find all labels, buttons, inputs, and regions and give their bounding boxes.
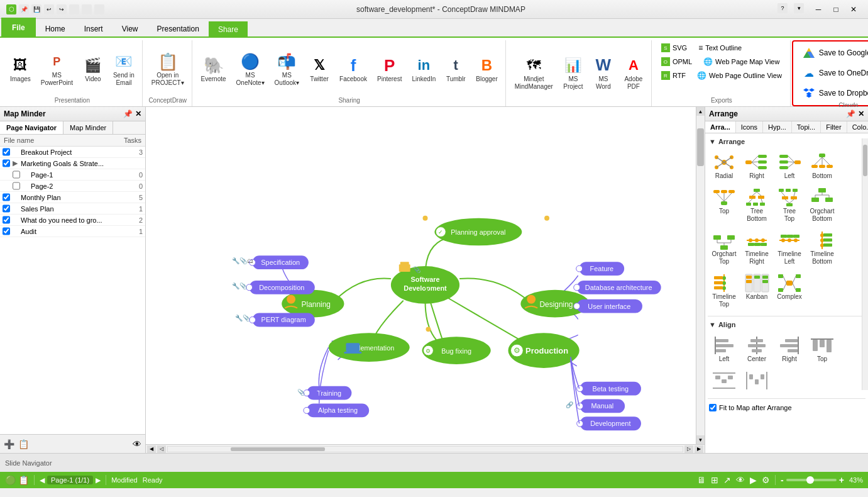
scroll-left-button[interactable]: ◀	[147, 445, 156, 453]
ms-project-button[interactable]: 📊 MSProject	[559, 53, 587, 93]
outlook-button[interactable]: 📬 MSOutlook▾	[271, 49, 303, 89]
maximize-button[interactable]: □	[828, 3, 844, 16]
tab-share[interactable]: Share	[209, 21, 248, 38]
align-center[interactable]: Center	[742, 333, 772, 366]
rtf-button[interactable]: R RTF	[657, 69, 690, 82]
evernote-button[interactable]: 🐘 Evernote	[197, 53, 230, 86]
tab-page-navigator[interactable]: Page Navigator	[0, 121, 63, 134]
layout-orgchart-bottom[interactable]: OrgchartBottom	[807, 185, 837, 225]
close-button[interactable]: ✕	[845, 3, 862, 16]
right-scroll-thumb[interactable]	[863, 145, 867, 176]
blogger-button[interactable]: B Blogger	[472, 53, 501, 86]
page2-checkbox[interactable]	[13, 182, 20, 190]
marketing-checkbox[interactable]	[3, 159, 10, 167]
send-email-button[interactable]: 📧 Send inEmail	[109, 49, 138, 89]
page-forward-icon[interactable]: ▶	[96, 476, 101, 484]
layout-timeline-bottom[interactable]: TimelineBottom	[807, 228, 837, 268]
breakout-checkbox[interactable]	[3, 148, 10, 156]
video-button[interactable]: 🎬 Video	[79, 53, 107, 86]
scroll-up-button[interactable]: ▲	[696, 107, 705, 116]
mindjet-button[interactable]: 🗺 MindjetMindManager	[511, 53, 557, 93]
distribute-h[interactable]	[742, 368, 772, 393]
monthly-checkbox[interactable]	[3, 193, 10, 201]
text-outline-button[interactable]: ≡ Text Outline	[694, 42, 746, 54]
tab-topics[interactable]: Topi...	[792, 121, 821, 133]
align-section[interactable]: ▼ Align	[708, 319, 865, 330]
facebook-button[interactable]: f Facebook	[336, 53, 371, 86]
scroll-thumb-v[interactable]	[697, 128, 704, 166]
ms-powerpoint-button[interactable]: P MSPowerPoint	[37, 49, 77, 89]
layout-tree-bottom[interactable]: TreeBottom	[742, 185, 772, 225]
list-item[interactable]: What do you need to gro... 2	[0, 215, 145, 226]
zoom-plus[interactable]: +	[839, 475, 844, 485]
web-outline-button[interactable]: 🌐 Web Page Outline View	[693, 69, 786, 82]
tab-presentation[interactable]: Presentation	[148, 20, 209, 36]
layout-complex[interactable]: Complex	[774, 271, 805, 311]
align-top[interactable]: Top	[807, 333, 837, 366]
audit-checkbox[interactable]	[3, 227, 10, 235]
web-map-button[interactable]: 🌐 Web Page Map View	[699, 55, 784, 68]
align-left[interactable]: Left	[709, 333, 739, 366]
scroll-down-button[interactable]: ▼	[696, 435, 705, 444]
tab-colors[interactable]: Colo...	[847, 121, 868, 133]
zoom-handle[interactable]	[806, 476, 814, 484]
pinterest-button[interactable]: P Pinterest	[373, 53, 405, 86]
fit-to-map-checkbox[interactable]	[709, 404, 717, 411]
linkedin-button[interactable]: in LinkedIn	[408, 53, 439, 86]
layout-timeline-top[interactable]: TimelineTop	[709, 271, 739, 311]
svg-button[interactable]: S SVG	[657, 42, 691, 54]
zoom-slider[interactable]	[786, 479, 837, 481]
tab-filter[interactable]: Filter	[821, 121, 847, 133]
open-project-button[interactable]: 📋 Open inPROJECT▾	[148, 49, 188, 89]
tumblr-button[interactable]: t Tumblr	[442, 53, 470, 86]
page-back-icon[interactable]: ◀	[40, 476, 45, 484]
tab-hyperlinks[interactable]: Hyp...	[763, 121, 792, 133]
distribute-v[interactable]	[709, 368, 739, 393]
onenote-button[interactable]: 🔵 MSOneNote▾	[233, 49, 268, 89]
ms-word-button[interactable]: W MSWord	[590, 53, 617, 93]
tab-file[interactable]: File	[1, 18, 36, 36]
layout-tree-top[interactable]: TreeTop	[774, 185, 805, 225]
images-button[interactable]: 🖼 Images	[6, 53, 35, 86]
save-onedrive-button[interactable]: ☁ Save to OneDrive	[798, 64, 868, 82]
list-item[interactable]: Page-2 0	[0, 181, 145, 192]
layout-left[interactable]: Left	[774, 150, 805, 182]
tab-arrange[interactable]: Arra...	[705, 121, 736, 133]
list-item[interactable]: Audit 1	[0, 226, 145, 237]
layout-radial[interactable]: Radial	[709, 150, 739, 182]
arrange-section[interactable]: ▼ Arrange	[708, 136, 865, 147]
sales-checkbox[interactable]	[3, 204, 10, 213]
mindmap-canvas[interactable]: Software Development 📎 Planning approval…	[146, 107, 705, 444]
layout-bottom[interactable]: Bottom	[807, 150, 837, 182]
page1-checkbox[interactable]	[13, 170, 20, 179]
tab-view[interactable]: View	[113, 20, 148, 36]
opml-button[interactable]: O OPML	[657, 55, 696, 68]
tab-icons[interactable]: Icons	[736, 121, 763, 133]
collapse-left-button[interactable]: ◁	[157, 445, 166, 453]
list-item[interactable]: Page-1 0	[0, 169, 145, 181]
save-dropbox-button[interactable]: Save to Dropbox	[798, 84, 868, 102]
list-item[interactable]: Breakout Project 3	[0, 147, 145, 158]
zoom-minus[interactable]: -	[781, 475, 784, 485]
twitter-button[interactable]: 𝕏 Twitter	[305, 53, 333, 86]
tab-insert[interactable]: Insert	[75, 20, 113, 36]
h-scroll-thumb[interactable]	[231, 447, 325, 451]
layout-orgchart-top[interactable]: OrgchartTop	[709, 228, 739, 268]
add-icon[interactable]: ➕	[4, 439, 14, 449]
eye-icon[interactable]: 👁	[133, 439, 141, 449]
what-checkbox[interactable]	[3, 216, 10, 224]
layout-right[interactable]: Right	[742, 150, 772, 182]
pin-right-icon[interactable]: 📌	[846, 109, 855, 118]
layout-top[interactable]: Top	[709, 185, 739, 225]
layout-timeline-left[interactable]: TimelineLeft	[774, 228, 805, 268]
list-item[interactable]: Monthly Plan 5	[0, 192, 145, 203]
close-panel-icon[interactable]: ✕	[135, 109, 141, 118]
layout-kanban[interactable]: Kanban	[742, 271, 772, 311]
list-item[interactable]: ▶ Marketing Goals & Strate...	[0, 158, 145, 169]
pin-icon[interactable]: 📌	[123, 109, 133, 118]
tab-home[interactable]: Home	[36, 20, 75, 36]
close-right-icon[interactable]: ✕	[858, 109, 864, 118]
list-item[interactable]: Sales Plan 1	[0, 203, 145, 215]
scroll-right-button[interactable]: ▶	[695, 445, 703, 453]
list-icon[interactable]: 📋	[18, 439, 29, 449]
